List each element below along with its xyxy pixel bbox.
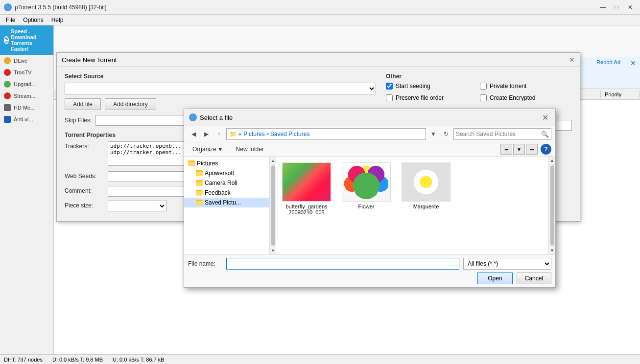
search-input[interactable] bbox=[456, 131, 539, 137]
create-encrypted-checkbox[interactable] bbox=[480, 94, 487, 101]
speed-bar-text: Speed - Download Torrents Faster! bbox=[11, 28, 49, 52]
view-dropdown-button[interactable]: ▼ bbox=[513, 144, 525, 155]
other-label: Other bbox=[386, 73, 572, 80]
open-button[interactable]: Open bbox=[477, 273, 512, 284]
status-bar: DHT: 737 nodes D: 0.0 kB/s T: 9.8 MB U: … bbox=[0, 354, 640, 364]
nav-up-button[interactable]: ↑ bbox=[213, 129, 224, 139]
marguerite-thumbnail bbox=[402, 163, 450, 201]
cancel-button[interactable]: Cancel bbox=[517, 273, 551, 284]
content-scroll-thumb[interactable] bbox=[550, 165, 554, 246]
nav-refresh-button[interactable]: ↻ bbox=[441, 129, 451, 139]
nav-back-button[interactable]: ◀ bbox=[188, 129, 199, 139]
search-box: 🔍 bbox=[453, 128, 551, 140]
organize-button[interactable]: Organize ▼ bbox=[188, 144, 228, 154]
file-select-dialog: Select a file ✕ ◀ ▶ ↑ 📁 « Pictures > Sav… bbox=[184, 109, 556, 288]
minimize-button[interactable]: — bbox=[597, 2, 609, 12]
breadcrumb-saved-pictures[interactable]: Saved Pictures bbox=[270, 131, 310, 137]
private-torrent-label: Private torrent bbox=[490, 83, 526, 90]
file-select-close-button[interactable]: ✕ bbox=[540, 112, 550, 123]
report-ad-link[interactable]: Report Ad bbox=[596, 59, 620, 65]
add-file-button[interactable]: Add file bbox=[65, 98, 101, 110]
file-item-flower[interactable]: Flower bbox=[339, 160, 393, 217]
upgrad-icon bbox=[4, 81, 11, 88]
sidebar-item-antivi[interactable]: Anti-vi... bbox=[0, 114, 53, 125]
content-scrollbar[interactable]: ▲ ▼ bbox=[548, 157, 555, 254]
hd-icon bbox=[4, 104, 11, 111]
breadcrumb-separator: > bbox=[266, 131, 269, 137]
preserve-order-label: Preserve file order bbox=[396, 94, 444, 101]
view-list-button[interactable]: ☰ bbox=[500, 144, 512, 155]
sidebar: ▶ Speed - Download Torrents Faster! DLiv… bbox=[0, 25, 54, 354]
flower-filename: Flower bbox=[358, 204, 374, 209]
search-icon[interactable]: 🔍 bbox=[541, 131, 549, 138]
sidebar-item-label: Stream... bbox=[14, 93, 36, 99]
scroll-up-button[interactable]: ▲ bbox=[270, 157, 276, 164]
file-menu[interactable]: File bbox=[2, 16, 19, 24]
nav-forward-button[interactable]: ▶ bbox=[201, 129, 212, 139]
col-priority[interactable]: Priority bbox=[601, 91, 640, 98]
flower-thumb bbox=[342, 162, 391, 202]
app-title: µTorrent 3.5.5 (build 45988) [32-bit] bbox=[15, 4, 107, 11]
help-menu[interactable]: Help bbox=[47, 16, 68, 24]
filename-input[interactable] bbox=[226, 258, 459, 270]
restore-button[interactable]: □ bbox=[611, 2, 622, 12]
feedback-folder-icon bbox=[196, 190, 203, 196]
file-item-butterfly[interactable]: butterfly_gardens20090210_005 bbox=[280, 160, 333, 217]
sidebar-item-label: DLive bbox=[14, 58, 27, 64]
speed-bar[interactable]: ▶ Speed - Download Torrents Faster! bbox=[0, 25, 53, 55]
sidebar-item-trontv[interactable]: TronTV bbox=[0, 67, 53, 78]
tree-item-label: Saved Pictu... bbox=[205, 199, 241, 206]
saved-pictures-folder-icon bbox=[196, 200, 203, 205]
file-item-marguerite[interactable]: Marguerite bbox=[399, 160, 453, 217]
nav-dropdown-button[interactable]: ▼ bbox=[428, 129, 439, 139]
app-area: ▶ Speed - Download Torrents Faster! DLiv… bbox=[0, 25, 640, 354]
folder-tree: Pictures Apowersoft Camera Roll Feedback… bbox=[184, 157, 270, 254]
preserve-order-checkbox[interactable] bbox=[386, 94, 393, 101]
menu-bar: File Options Help bbox=[0, 15, 640, 25]
start-seeding-label: Start seeding bbox=[396, 83, 430, 90]
organize-label: Organize bbox=[192, 146, 216, 153]
start-seeding-checkbox[interactable] bbox=[386, 83, 393, 90]
tree-item-apowersoft[interactable]: Apowersoft bbox=[184, 168, 269, 178]
scroll-down-button[interactable]: ▼ bbox=[270, 247, 276, 254]
web-seeds-label: Web Seeds: bbox=[65, 173, 104, 180]
options-menu[interactable]: Options bbox=[19, 16, 47, 24]
ad-close-button[interactable]: ✕ bbox=[630, 59, 636, 67]
sidebar-item-dlive[interactable]: DLive bbox=[0, 55, 53, 67]
content-scroll-up[interactable]: ▲ bbox=[549, 157, 555, 164]
butterfly-thumbnail bbox=[283, 163, 331, 201]
sidebar-item-hd[interactable]: HD Me... bbox=[0, 102, 53, 114]
tree-item-pictures[interactable]: Pictures bbox=[184, 159, 269, 168]
view-details-button[interactable]: ☷ bbox=[526, 144, 538, 155]
source-select[interactable] bbox=[65, 83, 376, 94]
toolbar: Organize ▼ New folder ☰ ▼ ☷ ? bbox=[184, 142, 555, 157]
dialog-title: Create New Torrent bbox=[62, 56, 117, 64]
comment-label: Comment: bbox=[65, 187, 104, 194]
close-button[interactable]: ✕ bbox=[624, 2, 636, 12]
tree-item-saved-pictures[interactable]: Saved Pictu... bbox=[184, 198, 269, 207]
skip-files-label: Skip Files: bbox=[65, 117, 92, 124]
speed-icon: ▶ bbox=[4, 36, 9, 44]
content-scroll-down[interactable]: ▼ bbox=[549, 247, 555, 254]
sidebar-scrollbar[interactable]: ▲ ▼ bbox=[270, 157, 276, 254]
piece-size-select[interactable] bbox=[108, 201, 166, 211]
sidebar-item-stream[interactable]: Stream... bbox=[0, 90, 53, 102]
sidebar-item-upgrad[interactable]: Upgrad... bbox=[0, 78, 53, 90]
camera-roll-folder-icon bbox=[196, 180, 203, 186]
private-torrent-checkbox[interactable] bbox=[480, 83, 487, 90]
scroll-thumb[interactable] bbox=[271, 165, 275, 246]
pictures-folder-icon bbox=[188, 160, 195, 166]
upload-status: U: 0.0 kB/s T: 86.7 kB bbox=[113, 357, 165, 363]
tree-item-label: Pictures bbox=[197, 160, 218, 167]
sidebar-item-label: HD Me... bbox=[14, 105, 35, 111]
help-button[interactable]: ? bbox=[541, 144, 551, 155]
dialog-close-button[interactable]: ✕ bbox=[569, 56, 575, 64]
organize-dropdown-icon: ▼ bbox=[217, 146, 223, 153]
filetype-select[interactable]: All files (*.*) bbox=[463, 258, 551, 270]
breadcrumb-pictures[interactable]: 📁 « Pictures bbox=[230, 131, 265, 137]
breadcrumb-bar: 📁 « Pictures > Saved Pictures bbox=[226, 128, 426, 140]
add-directory-button[interactable]: Add directory bbox=[105, 98, 156, 110]
new-folder-button[interactable]: New folder bbox=[232, 144, 268, 154]
tree-item-feedback[interactable]: Feedback bbox=[184, 188, 269, 198]
tree-item-camera-roll[interactable]: Camera Roll bbox=[184, 178, 269, 188]
